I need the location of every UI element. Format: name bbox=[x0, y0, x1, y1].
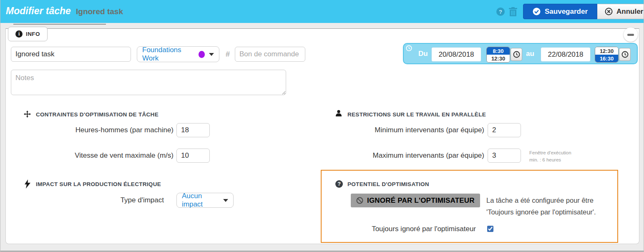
ignored-by-optimiser-badge: IGNORÉ PAR L'OPTIMISATEUR bbox=[351, 194, 480, 207]
section-title-constraints: CONTRAINTES D'OPTIMISATION DE TÂCHE bbox=[36, 111, 158, 118]
collapse-panel-button[interactable] bbox=[624, 28, 638, 42]
close-circle-icon bbox=[605, 8, 613, 15]
tab-info[interactable]: i INFO bbox=[8, 27, 48, 41]
date-from-label: Du bbox=[418, 50, 428, 58]
man-hours-label: Heures-hommes (par machine) bbox=[36, 123, 174, 137]
impact-type-label: Type d'impact bbox=[36, 193, 164, 207]
window-bottom-border bbox=[0, 251, 644, 252]
min-workers-label: Minimum intervenants (par équipe) bbox=[326, 123, 484, 137]
end-time-morning[interactable]: 12:30 bbox=[595, 47, 618, 55]
optimiser-description-line2: 'Toujours ignorée par l'optimisateur'. bbox=[486, 208, 596, 216]
max-wind-speed-label: Vitesse de vent maximale (m/s) bbox=[36, 149, 174, 163]
lightning-icon bbox=[25, 179, 30, 189]
minus-icon bbox=[627, 34, 634, 36]
end-time-clock-button[interactable] bbox=[619, 48, 631, 61]
end-time-options: 12:30 16:30 bbox=[595, 47, 619, 63]
execution-window-note: Fenêtre d'exécution min. : 6 heures bbox=[529, 149, 571, 164]
task-name-input[interactable] bbox=[11, 47, 131, 62]
impact-type-dropdown[interactable]: Aucun impact bbox=[176, 193, 234, 208]
section-title-restrictions: RESTRICTIONS SUR LE TRAVAIL EN PARALLÈLE bbox=[347, 111, 486, 118]
notes-textarea[interactable] bbox=[11, 70, 286, 95]
page-title: Modifier tâche bbox=[6, 5, 71, 17]
start-date-input[interactable] bbox=[431, 47, 481, 62]
max-workers-label: Maximum intervenants (par équipe) bbox=[326, 149, 484, 163]
header-bar: Modifier tâche Ignored task ? Sauvegarde… bbox=[0, 0, 644, 23]
help-icon[interactable]: ? bbox=[496, 8, 505, 16]
max-wind-speed-input[interactable] bbox=[176, 149, 210, 163]
section-title-potential: POTENTIEL D'OPTIMISATION bbox=[347, 181, 429, 187]
start-time-options: 8:30 12:30 bbox=[486, 47, 510, 63]
cancel-button[interactable]: Annuler bbox=[597, 4, 644, 19]
always-ignored-label: Toujours ignoré par l'optimisateur bbox=[317, 224, 476, 234]
task-type-dropdown[interactable]: Foundations Work bbox=[137, 46, 219, 62]
ignored-badge-label: IGNORÉ PAR L'OPTIMISATEUR bbox=[367, 197, 475, 205]
min-workers-input[interactable] bbox=[488, 123, 521, 137]
chevron-down-icon bbox=[209, 53, 214, 56]
date-to-label: au bbox=[526, 50, 534, 58]
optimiser-description-line1: La tâche a été configurée pour être bbox=[486, 197, 594, 204]
question-circle-icon: ? bbox=[335, 180, 343, 188]
ban-icon bbox=[356, 197, 363, 204]
max-workers-input[interactable] bbox=[488, 149, 521, 163]
person-icon bbox=[335, 110, 342, 117]
clock-corner-icon bbox=[406, 45, 412, 51]
header-actions: Sauvegarder Annuler bbox=[523, 4, 644, 19]
trash-icon[interactable] bbox=[508, 7, 518, 17]
end-time-afternoon[interactable]: 16:30 bbox=[595, 55, 618, 62]
check-circle-icon bbox=[533, 8, 541, 15]
start-time-clock-button[interactable] bbox=[511, 48, 522, 61]
end-date-input[interactable] bbox=[541, 47, 591, 62]
man-hours-input[interactable] bbox=[176, 123, 210, 137]
task-type-color-dot bbox=[199, 51, 205, 58]
tab-bar-divider bbox=[13, 24, 106, 25]
move-icon bbox=[24, 111, 31, 118]
tab-info-label: INFO bbox=[26, 31, 40, 37]
order-number-input[interactable] bbox=[235, 47, 305, 62]
always-ignored-checkbox[interactable] bbox=[487, 226, 493, 232]
start-time-morning[interactable]: 8:30 bbox=[487, 47, 510, 55]
impact-type-value: Aucun impact bbox=[182, 192, 219, 209]
task-type-label: Foundations Work bbox=[142, 46, 195, 63]
cancel-button-label: Annuler bbox=[616, 8, 643, 16]
chevron-down-icon bbox=[223, 199, 228, 202]
task-name-subtitle: Ignored task bbox=[76, 7, 123, 16]
section-title-impact: IMPACT SUR LA PRODUCTION ÉLECTRIQUE bbox=[36, 181, 161, 187]
task-editor-window: Modifier tâche Ignored task ? Sauvegarde… bbox=[0, 0, 644, 252]
date-range-panel: Du 8:30 12:30 au 12:30 16:30 bbox=[403, 43, 638, 64]
start-time-afternoon[interactable]: 12:30 bbox=[487, 55, 510, 62]
order-number-prefix: # bbox=[226, 50, 230, 59]
save-button[interactable]: Sauvegarder bbox=[523, 4, 597, 19]
save-button-label: Sauvegarder bbox=[545, 8, 588, 16]
info-icon: i bbox=[15, 30, 23, 38]
